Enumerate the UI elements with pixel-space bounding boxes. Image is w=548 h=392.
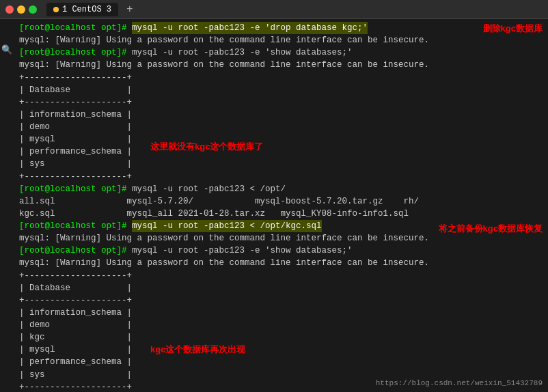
terminal-line: [root@localhost opt]# mysql -u root -pab…	[19, 183, 544, 195]
terminal-line: | performance_schema |	[19, 356, 544, 368]
prompt: [root@localhost opt]#	[19, 244, 132, 257]
terminal-line: mysql: [Warning] Using a password on the…	[19, 59, 544, 71]
terminal-line: mysql: [Warning] Using a password on the…	[19, 257, 544, 269]
tab-status-dot	[53, 7, 59, 12]
terminal-line: | demo |	[19, 319, 544, 331]
terminal-line: | Database |	[19, 84, 544, 96]
annotation-no-kgc: 这里就没有kgc这个数据库了	[150, 141, 263, 154]
terminal-line: +--------------------+	[19, 171, 544, 183]
terminal-line: mysql: [Warning] Using a password on the…	[19, 34, 544, 46]
titlebar: 1 CentOS 3 +	[0, 0, 548, 19]
terminal-area: 🔍 删除kgc数据库 [root@localhost opt]# mysql -…	[0, 19, 548, 392]
search-icon[interactable]: 🔍	[0, 43, 14, 59]
command: mysql -u root -pabc123 < /opt/	[132, 183, 286, 195]
terminal-line: | information_schema |	[19, 307, 544, 319]
terminal-line: +--------------------+	[19, 270, 544, 282]
prompt: [root@localhost opt]#	[19, 183, 132, 195]
url-bar: https://blog.csdn.net/weixin_51432789	[376, 378, 543, 389]
annotation-restore-db: 将之前备份kgc数据库恢复	[439, 223, 543, 236]
terminal-line: | mysql |	[19, 344, 544, 356]
window-controls	[5, 5, 37, 14]
terminal-line: | mysql |	[19, 133, 544, 145]
terminal-line: [root@localhost opt]# mysql -u root -pab…	[19, 22, 544, 34]
annotation-delete-db: 删除kgc数据库	[483, 23, 543, 36]
terminal-line: [root@localhost opt]# mysql -u root -pab…	[19, 46, 544, 59]
command: mysql -u root -pabc123 -e 'show database…	[132, 46, 353, 59]
prompt: [root@localhost opt]#	[19, 46, 132, 59]
prompt: [root@localhost opt]#	[19, 22, 132, 34]
new-tab-button[interactable]: +	[126, 4, 133, 15]
terminal-line: | sys |	[19, 158, 544, 170]
warning-text: mysql: [Warning] Using a password on the…	[19, 34, 429, 46]
terminal-line: | information_schema |	[19, 109, 544, 121]
terminal-line: kgc.sql mysql_all 2021-01-28.tar.xz mysq…	[19, 208, 544, 220]
file-list: kgc.sql mysql_all 2021-01-28.tar.xz mysq…	[19, 208, 409, 220]
terminal-tab[interactable]: 1 CentOS 3	[46, 3, 118, 16]
terminal-line: | demo |	[19, 121, 544, 133]
terminal-line: [root@localhost opt]# mysql -u root -pab…	[19, 244, 544, 257]
warning-text: mysql: [Warning] Using a password on the…	[19, 59, 429, 71]
maximize-button[interactable]	[29, 5, 37, 14]
close-button[interactable]	[5, 5, 14, 14]
file-list: all.sql mysql-5.7.20/ mysql-boost-5.7.20…	[19, 195, 419, 208]
terminal-line: +--------------------+	[19, 72, 544, 84]
tab-label: 1 CentOS 3	[62, 5, 111, 14]
terminal-line: +--------------------+	[19, 294, 544, 307]
terminal-line: all.sql mysql-5.7.20/ mysql-boost-5.7.20…	[19, 195, 544, 208]
minimize-button[interactable]	[17, 5, 25, 14]
command: mysql -u root -pabc123 -e 'drop database…	[132, 22, 368, 34]
terminal-line: | Database |	[19, 282, 544, 294]
terminal-line: | performance_schema |	[19, 145, 544, 158]
prompt: [root@localhost opt]#	[19, 220, 132, 232]
command: mysql -u root -pabc123 < /opt/kgc.sql	[132, 220, 322, 232]
terminal-line: +--------------------+	[19, 96, 544, 109]
annotation-kgc-reappear: kgc这个数据库再次出现	[150, 344, 245, 356]
warning-text: mysql: [Warning] Using a password on the…	[19, 257, 429, 269]
warning-text: mysql: [Warning] Using a password on the…	[19, 232, 429, 244]
terminal-line: | kgc |	[19, 331, 544, 344]
command: mysql -u root -pabc123 -e 'show database…	[132, 244, 353, 257]
